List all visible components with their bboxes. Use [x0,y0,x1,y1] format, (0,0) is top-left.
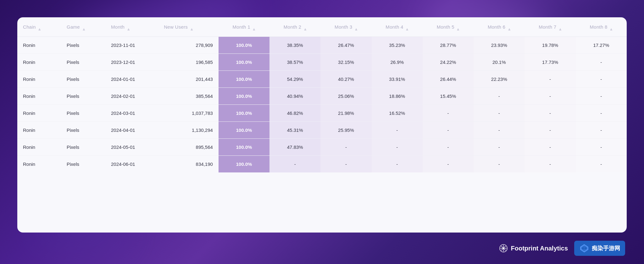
cell-chain-row4: Ronin [17,105,61,122]
cell-month4-row6: - [372,139,423,156]
svg-point-5 [502,248,504,249]
cell-month6-row5: - [474,122,525,139]
cell-month8-row4: - [576,105,627,122]
footprint-logo-text: Footprint Analytics [511,245,568,252]
cell-month8-row1: - [576,54,627,71]
cell-chain-row1: Ronin [17,54,61,71]
sort-icon-month: ▴ [127,26,130,29]
cell-month2-row2: 54.29% [269,71,320,88]
cell-month7-row1: 17.73% [525,54,575,71]
col-month2-label: Month 2 [284,24,301,30]
cell-month4-row3: 18.86% [372,88,423,105]
cell-game-row1: Pixels [61,54,105,71]
cell-game-row5: Pixels [61,122,105,139]
cell-month8-row6: - [576,139,627,156]
col-month3[interactable]: Month 3 ▴ [320,17,371,37]
cell-chain-row7: Ronin [17,156,61,173]
col-month2[interactable]: Month 2 ▴ [269,17,320,37]
cell-month2-row5: 45.31% [269,122,320,139]
col-month8[interactable]: Month 8 ▴ [576,17,627,37]
col-month6-label: Month 6 [488,24,505,30]
footer-bar: Footprint Analytics 痴染手游网 [0,233,644,264]
cell-month7-row2: - [525,71,575,88]
cell-month1-row7: 100.0% [219,156,269,173]
cell-month7-row5: - [525,122,575,139]
cell-month2-row1: 38.57% [269,54,320,71]
cell-month-row3: 2024-02-01 [105,88,158,105]
cell-month3-row5: 25.95% [320,122,371,139]
cell-month8-row7: - [576,156,627,173]
cell-month1-row0: 100.0% [219,37,269,54]
cell-month1-row5: 100.0% [219,122,269,139]
sort-icon-chain: ▴ [38,26,41,29]
cell-month6-row0: 23.93% [474,37,525,54]
cell-month3-row1: 32.15% [320,54,371,71]
col-month4[interactable]: Month 4 ▴ [372,17,423,37]
sort-icon-new-users: ▴ [191,26,193,29]
col-month4-label: Month 4 [386,24,403,30]
cell-month-row4: 2024-03-01 [105,105,158,122]
cell-month3-row7: - [320,156,371,173]
cell-month-row6: 2024-05-01 [105,139,158,156]
cell-month-row1: 2023-12-01 [105,54,158,71]
col-game[interactable]: Game ▴ [61,17,105,37]
main-container: Footprint Analytics Chain ▴ Game ▴ Month… [17,17,627,233]
cell-month5-row4: - [423,105,474,122]
chinese-logo-text: 痴染手游网 [592,244,620,252]
cell-month7-row7: - [525,156,575,173]
table-row: RoninPixels2024-02-01385,564100.0%40.94%… [17,88,627,105]
cell-month6-row3: - [474,88,525,105]
col-chain[interactable]: Chain ▴ [17,17,61,37]
col-month6[interactable]: Month 6 ▴ [474,17,525,37]
cell-month2-row3: 40.94% [269,88,320,105]
cell-newUsers-row7: 834,190 [158,156,219,173]
cell-month4-row1: 26.9% [372,54,423,71]
col-month1-label: Month 1 [233,24,250,30]
cell-month4-row4: 16.52% [372,105,423,122]
cell-game-row3: Pixels [61,88,105,105]
snowflake-icon [499,244,508,253]
col-month5[interactable]: Month 5 ▴ [423,17,474,37]
col-month-label: Month [111,24,125,30]
cell-month2-row4: 46.82% [269,105,320,122]
cell-chain-row5: Ronin [17,122,61,139]
cell-month3-row0: 26.47% [320,37,371,54]
cell-month-row7: 2024-06-01 [105,156,158,173]
cell-month7-row3: - [525,88,575,105]
sort-icon-month8: ▴ [610,26,613,29]
table-row: RoninPixels2024-06-01834,190100.0%------… [17,156,627,173]
table-header-row: Chain ▴ Game ▴ Month ▴ New Users ▴ Month… [17,17,627,37]
table-row: RoninPixels2024-05-01895,564100.0%47.83%… [17,139,627,156]
cell-game-row6: Pixels [61,139,105,156]
cell-month3-row2: 40.27% [320,71,371,88]
cell-month8-row3: - [576,88,627,105]
cell-month3-row4: 21.98% [320,105,371,122]
cell-month4-row5: - [372,122,423,139]
cell-game-row2: Pixels [61,71,105,88]
col-new-users-label: New Users [164,24,188,30]
col-chain-label: Chain [23,24,36,30]
col-month[interactable]: Month ▴ [105,17,158,37]
cell-game-row4: Pixels [61,105,105,122]
cell-month4-row0: 35.23% [372,37,423,54]
sort-icon-month4: ▴ [406,26,408,29]
cell-game-row7: Pixels [61,156,105,173]
cell-month5-row5: - [423,122,474,139]
cell-newUsers-row1: 196,585 [158,54,219,71]
cell-month5-row7: - [423,156,474,173]
cell-newUsers-row3: 385,564 [158,88,219,105]
cell-month1-row3: 100.0% [219,88,269,105]
cell-newUsers-row6: 895,564 [158,139,219,156]
cell-game-row0: Pixels [61,37,105,54]
cell-month5-row3: 15.45% [423,88,474,105]
col-month1[interactable]: Month 1 ▴ [219,17,269,37]
table-row: RoninPixels2024-04-011,130,294100.0%45.3… [17,122,627,139]
cell-month8-row0: 17.27% [576,37,627,54]
cell-chain-row3: Ronin [17,88,61,105]
cell-month7-row6: - [525,139,575,156]
col-month7[interactable]: Month 7 ▴ [525,17,575,37]
col-new-users[interactable]: New Users ▴ [158,17,219,37]
cell-month1-row4: 100.0% [219,105,269,122]
cell-month6-row6: - [474,139,525,156]
cell-month2-row6: 47.83% [269,139,320,156]
